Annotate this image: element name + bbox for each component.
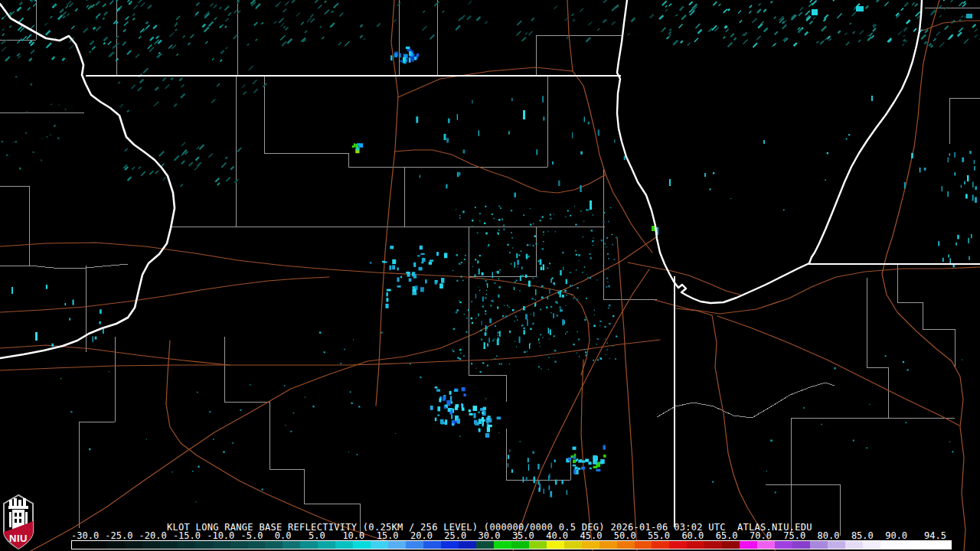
- echo: [920, 168, 920, 173]
- echo: [492, 340, 494, 341]
- echo: [383, 261, 387, 262]
- echo: [188, 42, 191, 46]
- echo: [969, 256, 969, 260]
- echo: [974, 28, 978, 32]
- echo: [509, 253, 510, 253]
- echo: [126, 109, 129, 112]
- echo: [539, 342, 541, 344]
- echo: [42, 139, 43, 139]
- echo: [483, 407, 486, 410]
- echo: [669, 28, 672, 31]
- echo: [290, 431, 292, 432]
- echo: [103, 37, 109, 42]
- echo: [612, 244, 613, 246]
- echo: [296, 12, 300, 17]
- echo: [465, 255, 466, 256]
- echo: [461, 262, 462, 263]
- echo: [548, 328, 549, 334]
- echo: [217, 83, 220, 87]
- echo: [872, 28, 876, 31]
- echo: [575, 224, 577, 226]
- echo: [13, 142, 14, 142]
- echo: [573, 447, 577, 450]
- echo: [219, 6, 222, 9]
- echo: [572, 18, 575, 21]
- echo: [753, 43, 758, 48]
- echo: [253, 88, 259, 93]
- echo: [550, 312, 551, 313]
- echo: [488, 246, 488, 247]
- echo: [974, 34, 978, 38]
- dbz-label: 75.0: [783, 532, 805, 540]
- echo: [540, 259, 542, 266]
- echo: [280, 35, 286, 41]
- echo: [547, 268, 549, 269]
- echo: [725, 28, 729, 32]
- echo: [502, 315, 504, 317]
- echo: [538, 366, 540, 367]
- echo: [763, 140, 765, 144]
- echo: [592, 245, 593, 246]
- echo: [968, 238, 969, 243]
- echo: [15, 141, 17, 143]
- echo: [549, 485, 550, 490]
- echo: [479, 419, 482, 424]
- echo: [536, 276, 537, 278]
- echo: [549, 338, 550, 339]
- echo: [285, 2, 289, 6]
- echo: [172, 471, 173, 472]
- echo: [103, 11, 108, 16]
- echo: [429, 262, 432, 265]
- echo: [436, 389, 440, 391]
- echo: [492, 272, 493, 278]
- echo: [242, 84, 246, 88]
- echo: [723, 8, 727, 13]
- echo: [454, 390, 459, 392]
- echo: [479, 255, 481, 256]
- echo: [588, 122, 590, 124]
- echo: [971, 234, 972, 238]
- colorbar-segment: [828, 541, 845, 549]
- colorbar-segment: [652, 541, 669, 549]
- colorbar-segment: [845, 541, 863, 549]
- echo: [198, 144, 204, 150]
- echo: [975, 197, 977, 204]
- echo: [528, 31, 533, 35]
- echo: [694, 37, 699, 42]
- echo: [570, 215, 571, 217]
- echo: [420, 175, 420, 178]
- echo: [434, 1, 439, 6]
- echo: [485, 206, 486, 207]
- echo: [627, 33, 630, 36]
- echo: [574, 206, 575, 207]
- echo: [250, 384, 251, 386]
- echo: [966, 14, 972, 18]
- echo: [273, 21, 276, 24]
- echo: [555, 361, 557, 363]
- road-line: [398, 67, 652, 253]
- echo: [763, 8, 766, 12]
- echo: [948, 255, 949, 258]
- echo: [809, 0, 815, 3]
- echo: [142, 68, 149, 74]
- echo: [565, 334, 566, 334]
- echo: [487, 427, 490, 432]
- dbz-label: 15.0: [377, 532, 399, 540]
- echo: [132, 18, 136, 21]
- echo: [456, 209, 456, 210]
- echo: [572, 285, 573, 285]
- echo: [550, 214, 551, 216]
- echo: [542, 337, 543, 337]
- colorbar-segment: [704, 541, 722, 549]
- echo: [175, 28, 178, 31]
- echo: [606, 286, 607, 288]
- echo: [582, 461, 586, 463]
- echo: [449, 391, 452, 395]
- echo: [530, 208, 531, 209]
- colorbar-segment: [213, 541, 230, 549]
- echo: [145, 21, 149, 24]
- echo: [31, 83, 33, 86]
- dbz-label: 65.0: [716, 532, 738, 540]
- echo: [520, 276, 521, 281]
- road-lines: [0, 0, 980, 551]
